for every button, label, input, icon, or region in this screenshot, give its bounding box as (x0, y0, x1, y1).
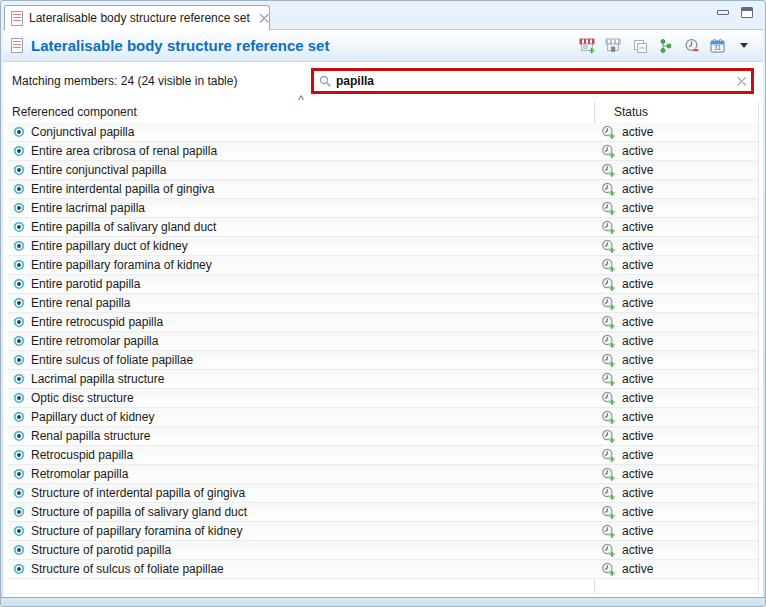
status-cell: active (594, 408, 758, 426)
table-row[interactable]: Entire parotid papillaactive (8, 275, 758, 294)
table-row[interactable]: Lacrimal papilla structureactive (8, 370, 758, 389)
referenced-component-label: Retromolar papilla (31, 467, 128, 481)
table-row[interactable]: Entire area cribrosa of renal papillaact… (8, 142, 758, 161)
table-row[interactable]: Conjunctival papillaactive (8, 123, 758, 142)
referenced-component-cell: Entire retrocuspid papilla (8, 313, 594, 331)
referenced-component-cell: Entire interdental papilla of gingiva (8, 180, 594, 198)
active-status-clock-icon (601, 125, 616, 140)
status-cell: active (594, 218, 758, 236)
status-cell: active (594, 180, 758, 198)
view-header: Lateralisable body structure reference s… (3, 30, 763, 62)
table-row[interactable]: Entire papillary duct of kidneyactive (8, 237, 758, 256)
table-row[interactable]: Papillary duct of kidneyactive (8, 408, 758, 427)
status-label: active (622, 258, 653, 272)
minimize-icon[interactable] (717, 10, 729, 15)
column-header-status[interactable]: Status (614, 101, 648, 123)
maximize-icon[interactable] (741, 7, 753, 18)
body-structure-concept-icon (12, 296, 26, 310)
hierarchy-tree-icon[interactable] (656, 37, 675, 54)
referenced-component-label: Conjunctival papilla (31, 125, 134, 139)
active-status-clock-icon (601, 448, 616, 463)
status-label: active (622, 353, 653, 367)
status-label: active (622, 201, 653, 215)
body-structure-concept-icon (12, 144, 26, 158)
body-structure-concept-icon (12, 524, 26, 538)
status-label: active (622, 125, 653, 139)
tab-close-icon[interactable]: ⤫ (260, 12, 269, 25)
search-input[interactable] (336, 74, 733, 88)
body-structure-concept-icon (12, 486, 26, 500)
clear-search-icon[interactable]: ⤫ (737, 76, 746, 87)
table-row[interactable]: Entire papilla of salivary gland ductact… (8, 218, 758, 237)
table-row[interactable]: Structure of parotid papillaactive (8, 541, 758, 560)
toolbar-menu-dropdown-icon[interactable] (734, 37, 753, 54)
status-label: active (622, 410, 653, 424)
status-cell: active (594, 389, 758, 407)
active-status-clock-icon (601, 258, 616, 273)
status-label: active (622, 524, 653, 538)
active-status-clock-icon (601, 277, 616, 292)
status-cell: active (594, 275, 758, 293)
tab-reference-set[interactable]: Lateralisable body structure reference s… (4, 5, 270, 30)
table-row[interactable]: Structure of papillary foramina of kidne… (8, 522, 758, 541)
column-header-referenced-component[interactable]: Referenced component (12, 101, 137, 123)
refset-member-view: Matching members: 24 (24 visible in tabl… (3, 62, 763, 597)
referenced-component-label: Papillary duct of kidney (31, 410, 154, 424)
status-cell: active (594, 161, 758, 179)
table-right-border (758, 102, 759, 594)
refset-add-member-icon[interactable] (578, 37, 597, 54)
table-row[interactable]: Entire retromolar papillaactive (8, 332, 758, 351)
referenced-component-cell: Structure of papillary foramina of kidne… (8, 522, 594, 540)
page-title: Lateralisable body structure reference s… (31, 37, 578, 54)
referenced-component-cell: Entire papillary duct of kidney (8, 237, 594, 255)
table-row[interactable]: Entire renal papillaactive (8, 294, 758, 313)
active-status-clock-icon (601, 467, 616, 482)
table-row[interactable]: Retrocuspid papillaactive (8, 446, 758, 465)
table-bottom-line (8, 593, 758, 594)
body-structure-concept-icon (12, 220, 26, 234)
matching-members-label: Matching members: 24 (24 visible in tabl… (12, 68, 237, 94)
status-cell: active (594, 142, 758, 160)
referenced-component-cell: Entire area cribrosa of renal papilla (8, 142, 594, 160)
table-row[interactable]: Structure of interdental papilla of ging… (8, 484, 758, 503)
table-row[interactable]: Entire lacrimal papillaactive (8, 199, 758, 218)
referenced-component-label: Structure of interdental papilla of ging… (31, 486, 245, 500)
status-label: active (622, 315, 653, 329)
table-row[interactable]: Structure of papilla of salivary gland d… (8, 503, 758, 522)
referenced-component-cell: Structure of sulcus of foliate papillae (8, 560, 594, 578)
member-table: Conjunctival papillaactiveEntire area cr… (8, 123, 758, 579)
status-cell: active (594, 237, 758, 255)
refset-gray-icon[interactable] (604, 37, 623, 54)
body-structure-concept-icon (12, 277, 26, 291)
table-row[interactable]: Structure of sulcus of foliate papillaea… (8, 560, 758, 579)
status-label: active (622, 296, 653, 310)
active-status-clock-icon (601, 182, 616, 197)
active-status-clock-icon (601, 372, 616, 387)
table-row[interactable]: Entire interdental papilla of gingivaact… (8, 180, 758, 199)
duplicate-pages-icon[interactable] (630, 37, 649, 54)
referenced-component-label: Entire area cribrosa of renal papilla (31, 144, 217, 158)
referenced-component-cell: Structure of papilla of salivary gland d… (8, 503, 594, 521)
referenced-component-label: Entire retromolar papilla (31, 334, 158, 348)
referenced-component-label: Entire sulcus of foliate papillae (31, 353, 193, 367)
table-header: Referenced component Status (3, 101, 763, 123)
referenced-component-label: Entire parotid papilla (31, 277, 140, 291)
table-row[interactable]: Entire retrocuspid papillaactive (8, 313, 758, 332)
history-clock-exclude-icon[interactable] (682, 37, 701, 54)
table-row[interactable]: Entire sulcus of foliate papillaeactive (8, 351, 758, 370)
table-row[interactable]: Renal papilla structureactive (8, 427, 758, 446)
status-cell: active (594, 427, 758, 445)
table-row[interactable]: Optic disc structureactive (8, 389, 758, 408)
status-label: active (622, 543, 653, 557)
table-row[interactable]: Retromolar papillaactive (8, 465, 758, 484)
status-cell: active (594, 332, 758, 350)
editor-tab-bar: Lateralisable body structure reference s… (3, 5, 763, 30)
referenced-component-label: Entire papilla of salivary gland duct (31, 220, 216, 234)
table-row[interactable]: Entire conjunctival papillaactive (8, 161, 758, 180)
table-row[interactable]: Entire papillary foramina of kidneyactiv… (8, 256, 758, 275)
active-status-clock-icon (601, 315, 616, 330)
calendar-icon[interactable]: 31 (708, 37, 727, 54)
referenced-component-label: Retrocuspid papilla (31, 448, 133, 462)
body-structure-concept-icon (12, 372, 26, 386)
active-status-clock-icon (601, 239, 616, 254)
